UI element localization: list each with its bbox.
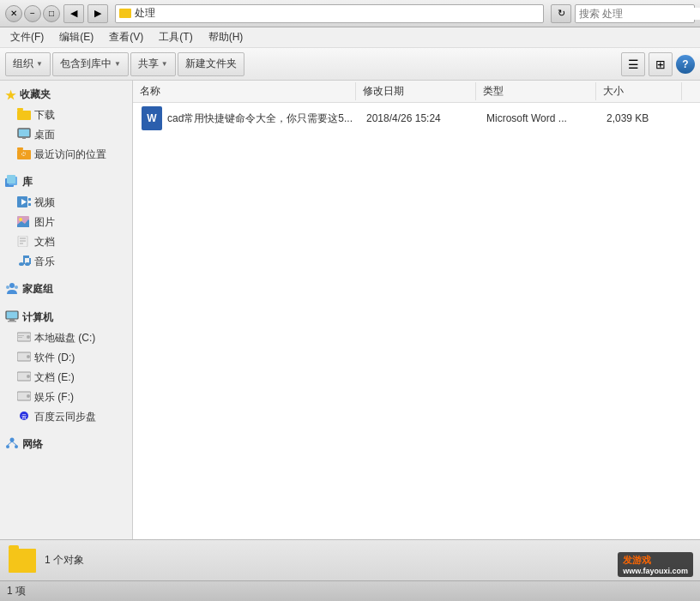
- video-icon: [17, 196, 31, 210]
- menu-file[interactable]: 文件(F): [3, 28, 51, 46]
- share-button[interactable]: 共享 ▼: [130, 52, 176, 76]
- svg-line-46: [8, 442, 12, 445]
- file-icon: [140, 106, 164, 130]
- sidebar-d-drive-label: 软件 (D:): [34, 351, 75, 365]
- search-box[interactable]: 🔍: [575, 4, 695, 23]
- col-header-date[interactable]: 修改日期: [356, 82, 476, 100]
- menu-help[interactable]: 帮助(H): [202, 28, 250, 46]
- sidebar-favorites-header[interactable]: ★ 收藏夹: [0, 84, 132, 105]
- search-input[interactable]: [579, 8, 700, 20]
- sidebar-video-label: 视频: [34, 195, 55, 210]
- file-name: cad常用快捷键命令大全，你只需要这5...: [167, 111, 366, 126]
- svg-rect-33: [18, 335, 24, 336]
- main-area: ★ 收藏夹 下载 桌面 ⏱ 最近访问的位置: [0, 81, 700, 539]
- view-grid-button[interactable]: ⊞: [649, 52, 673, 76]
- sidebar-c-drive-label: 本地磁盘 (C:): [34, 331, 95, 346]
- status-bar: 1 个对象: [0, 539, 700, 580]
- path-folder-icon: [119, 9, 131, 18]
- svg-rect-2: [18, 129, 30, 137]
- sidebar-homegroup-header[interactable]: 家庭组: [0, 279, 132, 300]
- sidebar-computer-label: 计算机: [22, 310, 53, 325]
- sidebar-item-d-drive[interactable]: 软件 (D:): [0, 348, 132, 368]
- sidebar-item-c-drive[interactable]: 本地磁盘 (C:): [0, 328, 132, 348]
- svg-text:云: 云: [21, 414, 27, 419]
- sidebar-homegroup-section: 家庭组: [0, 279, 132, 300]
- menu-edit[interactable]: 编辑(E): [52, 28, 100, 46]
- svg-rect-9: [7, 175, 15, 183]
- help-button[interactable]: ?: [676, 55, 695, 74]
- sidebar-item-desktop[interactable]: 桌面: [0, 125, 132, 145]
- table-row[interactable]: cad常用快捷键命令大全，你只需要这5... 2018/4/26 15:24 M…: [133, 103, 700, 134]
- new-folder-button[interactable]: 新建文件夹: [178, 52, 244, 76]
- watermark-url: www.fayouxi.com: [623, 567, 688, 575]
- sidebar-item-video[interactable]: 视频: [0, 193, 132, 213]
- sidebar-network-section: 网络: [0, 434, 132, 455]
- share-label: 共享: [138, 57, 159, 71]
- sidebar-item-recent[interactable]: ⏱ 最近访问的位置: [0, 145, 132, 165]
- file-size: 2,039 KB: [606, 112, 692, 124]
- favorites-star-icon: ★: [5, 89, 16, 101]
- watermark-brand: 发游戏: [623, 555, 651, 565]
- d-drive-icon: [17, 352, 31, 364]
- close-button[interactable]: ✕: [5, 5, 22, 22]
- maximize-button[interactable]: □: [43, 5, 60, 22]
- col-header-size[interactable]: 大小: [596, 82, 682, 100]
- file-date: 2018/4/26 15:24: [366, 112, 486, 124]
- sidebar-network-header[interactable]: 网络: [0, 434, 132, 455]
- sidebar-item-e-drive[interactable]: 文档 (E:): [0, 368, 132, 388]
- svg-line-47: [12, 442, 16, 445]
- svg-rect-30: [8, 321, 16, 322]
- svg-point-45: [15, 445, 18, 448]
- svg-rect-28: [6, 311, 18, 319]
- sidebar-library-header[interactable]: 库: [0, 171, 132, 193]
- menu-bar: 文件(F) 编辑(E) 查看(V) 工具(T) 帮助(H): [0, 27, 700, 48]
- svg-point-43: [10, 438, 15, 442]
- sidebar-computer-section: 计算机 本地磁盘 (C:) 软件 (D:) 文档 (E:): [0, 307, 132, 427]
- include-library-button[interactable]: 包含到库中 ▼: [52, 52, 129, 76]
- address-bar[interactable]: 处理: [115, 4, 544, 23]
- content-panel: 名称 修改日期 类型 大小 cad常用快捷键命令大全，你只需要这5... 201…: [133, 81, 700, 539]
- e-drive-icon: [17, 371, 31, 384]
- sidebar-baidu-label: 百度云同步盘: [34, 410, 96, 424]
- organize-button[interactable]: 组织 ▼: [5, 52, 51, 76]
- download-folder-icon: [17, 108, 31, 123]
- sidebar-doc-label: 文档: [34, 235, 55, 249]
- menu-tools[interactable]: 工具(T): [152, 28, 199, 46]
- col-header-name[interactable]: 名称: [133, 82, 356, 100]
- sidebar-item-music[interactable]: 音乐: [0, 252, 132, 272]
- svg-rect-24: [29, 258, 31, 264]
- item-count: 1 项: [7, 584, 26, 598]
- svg-point-15: [19, 218, 22, 221]
- baidu-icon: 云: [17, 411, 31, 424]
- sidebar-network-label: 网络: [22, 437, 43, 452]
- back-button[interactable]: ◀: [63, 4, 84, 23]
- minimize-button[interactable]: −: [24, 5, 41, 22]
- forward-button[interactable]: ▶: [88, 4, 108, 23]
- title-bar: ✕ − □ ◀ ▶ 处理 ↻ 🔍: [0, 0, 700, 27]
- svg-rect-34: [18, 337, 22, 338]
- refresh-button[interactable]: ↻: [551, 4, 571, 23]
- window-controls: ✕ − □: [5, 5, 60, 22]
- sidebar-item-baidu[interactable]: 云 百度云同步盘: [0, 407, 132, 427]
- svg-text:⏱: ⏱: [21, 152, 27, 157]
- svg-rect-3: [22, 137, 26, 139]
- toolbar: 组织 ▼ 包含到库中 ▼ 共享 ▼ 新建文件夹 ☰ ⊞ ?: [0, 48, 700, 81]
- share-arrow: ▼: [161, 60, 168, 68]
- include-arrow: ▼: [114, 60, 121, 68]
- svg-point-40: [27, 394, 30, 398]
- sidebar-item-download[interactable]: 下载: [0, 105, 132, 125]
- sidebar-item-doc[interactable]: 文档: [0, 232, 132, 252]
- view-list-button[interactable]: ☰: [621, 52, 645, 76]
- path-text: 处理: [135, 6, 155, 21]
- library-icon: [5, 175, 19, 189]
- sidebar-homegroup-label: 家庭组: [22, 282, 53, 297]
- watermark: 发游戏 www.fayouxi.com: [618, 552, 693, 577]
- sidebar-item-f-drive[interactable]: 娱乐 (F:): [0, 388, 132, 407]
- sidebar-item-image[interactable]: 图片: [0, 213, 132, 232]
- file-type: Microsoft Word ...: [486, 112, 606, 124]
- sidebar-computer-header[interactable]: 计算机: [0, 307, 132, 328]
- sidebar-library-section: 库 视频 图片 文档: [0, 171, 132, 272]
- menu-view[interactable]: 查看(V): [102, 28, 150, 46]
- svg-rect-13: [28, 203, 31, 206]
- col-header-type[interactable]: 类型: [476, 82, 596, 100]
